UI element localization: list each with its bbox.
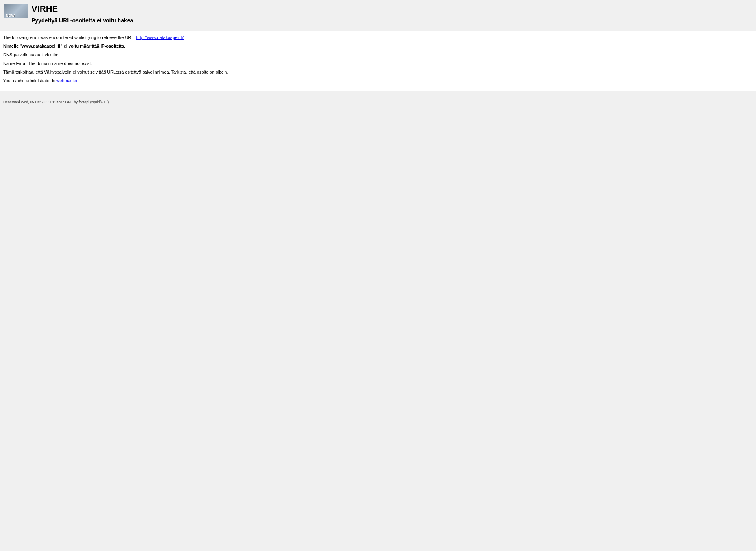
error-title: VIRHE (32, 4, 133, 14)
error-subtitle: Pyydettyä URL-osoitetta ei voitu hakea (32, 17, 133, 24)
header-text-block: VIRHE Pyydettyä URL-osoitetta ei voitu h… (32, 4, 133, 24)
webmaster-link[interactable]: webmaster (56, 78, 77, 83)
admin-paragraph: Your cache administrator is webmaster. (3, 78, 753, 83)
requested-url-link[interactable]: http://www.datakaapeli.fi/ (136, 35, 184, 40)
footer-area: Generated Wed, 05 Oct 2022 01:09:37 GMT … (0, 98, 756, 106)
content-area: The following error was encountered whil… (0, 31, 756, 91)
page-header: VIRHE Pyydettyä URL-osoitetta ei voitu h… (0, 0, 756, 28)
explanation-text: Tämä tarkoittaa, että Välityspalvelin ei… (3, 70, 753, 74)
squid-logo-icon (4, 4, 28, 18)
generated-timestamp: Generated Wed, 05 Oct 2022 01:09:37 GMT … (3, 100, 109, 104)
intro-text: The following error was encountered whil… (3, 35, 136, 40)
admin-suffix: . (78, 78, 79, 83)
error-message-bold: Nimelle "www.datakaapeli.fi" ei voitu mä… (3, 44, 753, 48)
dns-label: DNS-palvelin palautti viestin: (3, 52, 753, 57)
divider-bottom (0, 94, 756, 94)
divider-top (0, 28, 756, 28)
dns-message: Name Error: The domain name does not exi… (3, 61, 753, 66)
admin-prefix: Your cache administrator is (3, 78, 56, 83)
intro-paragraph: The following error was encountered whil… (3, 35, 753, 40)
